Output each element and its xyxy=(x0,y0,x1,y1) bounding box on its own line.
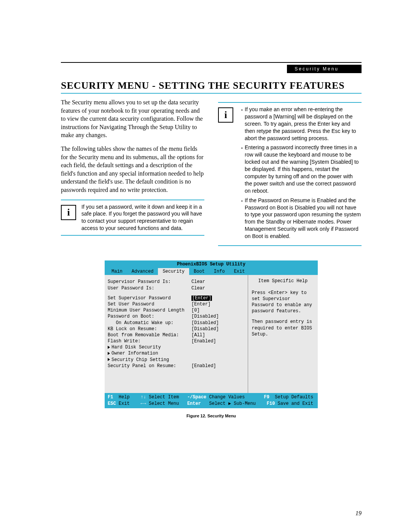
bios-footer: F1 Help ↑↓ Select Item -/Space Change Va… xyxy=(105,393,318,408)
info-icon: i xyxy=(218,107,233,123)
bios-setting-row[interactable]: Hard Disk Security xyxy=(108,344,245,350)
page-number: 19 xyxy=(355,510,362,517)
key-f1: F1 xyxy=(108,395,113,400)
bios-help-title: Item Specific Help xyxy=(252,278,314,284)
key-f9: F9 xyxy=(264,395,269,400)
bios-settings-panel: Supervisor Password Is:ClearUser Passwor… xyxy=(105,275,248,393)
key-enter: Enter xyxy=(187,401,201,406)
callout-list: If you make an error when re-entering th… xyxy=(239,106,362,242)
bios-setting-label: Supervisor Password Is: xyxy=(108,279,191,285)
bios-figure: PhoenixBIOS Setup Utility MainAdvancedSe… xyxy=(105,260,318,408)
label-change-values: Change Values xyxy=(209,395,245,400)
label-exit: Exit xyxy=(119,401,130,406)
bios-setting-value: [Enter] xyxy=(191,295,245,301)
bios-setting-row[interactable]: Security Panel on Resume:[Enabled] xyxy=(108,363,245,369)
highlighted-value: [Enter] xyxy=(191,296,212,301)
bios-setting-label: Flash Write: xyxy=(108,338,191,344)
bios-tab-boot[interactable]: Boot xyxy=(189,268,209,275)
bios-setting-label: Security Panel on Resume: xyxy=(108,363,191,369)
bios-setting-label: Set User Password xyxy=(108,301,191,307)
bios-setting-row[interactable]: Set Supervisor Password[Enter] xyxy=(108,295,245,301)
submenu-arrow-icon xyxy=(108,358,110,361)
info-icon: i xyxy=(61,205,76,220)
bios-setting-label: On Automatic Wake up: xyxy=(108,320,191,326)
bios-tab-advanced[interactable]: Advanced xyxy=(127,268,158,275)
submenu-arrow-icon xyxy=(108,352,110,355)
bios-setting-value: Clear xyxy=(191,285,245,291)
bios-setting-label: User Password Is: xyxy=(108,285,191,291)
bios-setting-value: [Disabled] xyxy=(191,326,245,332)
bios-setting-row[interactable]: Supervisor Password Is:Clear xyxy=(108,279,245,285)
bios-setting-label: KB Lock on Resume: xyxy=(108,326,191,332)
bios-setting-row[interactable]: Minimum User Password Length[0] xyxy=(108,307,245,313)
bios-setting-row[interactable]: Security Chip Setting xyxy=(108,357,245,363)
bios-setting-value: [Enter] xyxy=(191,301,245,307)
intro-paragraph-1: The Security menu allows you to set up t… xyxy=(61,98,204,139)
bios-tab-exit[interactable]: Exit xyxy=(229,268,250,275)
bios-setting-row[interactable]: On Automatic Wake up:[Disabled] xyxy=(108,320,245,326)
key-space: -/Space xyxy=(187,395,206,400)
figure-caption: Figure 12. Security Menu xyxy=(61,414,362,418)
bios-setting-value: Clear xyxy=(191,279,245,285)
callout-password-warnings: i If you make an error when re-entering … xyxy=(218,102,362,246)
right-column: i If you make an error when re-entering … xyxy=(218,98,362,251)
label-save-exit: Save and Exit xyxy=(278,401,314,406)
bios-setting-value xyxy=(191,344,245,350)
bios-setting-row[interactable]: Password on Boot:[Disabled] xyxy=(108,313,245,320)
bios-body: Supervisor Password Is:ClearUser Passwor… xyxy=(105,275,318,393)
bios-setting-row[interactable]: KB Lock on Resume:[Disabled] xyxy=(108,326,245,332)
bios-setting-row[interactable]: User Password Is:Clear xyxy=(108,285,245,291)
callout-password-safekeeping: i If you set a password, write it down a… xyxy=(61,200,204,236)
page-title: SECURITY MENU - SETTING THE SECURITY FEA… xyxy=(61,80,362,91)
intro-paragraph-2: The following tables show the names of t… xyxy=(61,145,204,194)
bios-titlebar: PhoenixBIOS Setup Utility xyxy=(105,260,318,268)
top-rule xyxy=(61,62,362,63)
bios-setting-label: Password on Boot: xyxy=(108,313,191,320)
bios-tabbar: MainAdvancedSecurityBootInfoExit xyxy=(105,268,318,275)
callout-bullet-1: If you make an error when re-entering th… xyxy=(245,106,362,142)
callout-text: If you set a password, write it down and… xyxy=(81,203,204,232)
bios-setting-value xyxy=(191,357,245,363)
bios-setting-value: [0] xyxy=(191,307,245,313)
label-select-menu: Select Menu xyxy=(149,401,179,406)
callout-bullet-3: If the Password on Resume is Enabled and… xyxy=(245,197,362,240)
bios-setting-row[interactable]: Boot from Removable Media:[All] xyxy=(108,332,245,338)
bios-setting-row[interactable]: Owner Information xyxy=(108,350,245,356)
bios-tab-main[interactable]: Main xyxy=(107,268,127,275)
left-column: The Security menu allows you to set up t… xyxy=(61,98,204,251)
callout-bullet-2: Entering a password incorrectly three ti… xyxy=(245,144,362,194)
bios-setting-value: [Disabled] xyxy=(191,313,245,320)
key-f10: F10 xyxy=(267,401,275,406)
bios-setting-value: [Enabled] xyxy=(191,363,245,369)
spacer xyxy=(108,291,245,295)
bios-setting-value xyxy=(191,350,245,356)
bios-setting-row[interactable]: Flash Write:[Enabled] xyxy=(108,338,245,344)
bios-help-text-1: Press <Enter> key to set Supervisor Pass… xyxy=(252,290,314,315)
bios-setting-label: Hard Disk Security xyxy=(108,344,191,350)
bios-help-text-2: Then password entry is required to enter… xyxy=(252,319,314,337)
bios-footer-row-1: F1 Help ↑↓ Select Item -/Space Change Va… xyxy=(108,394,315,400)
bios-tab-security[interactable]: Security xyxy=(158,268,189,275)
label-setup-defaults: Setup Defaults xyxy=(275,395,313,400)
submenu-arrow-icon xyxy=(108,346,110,349)
bios-setting-label: Boot from Removable Media: xyxy=(108,332,191,338)
bios-setting-label: Set Supervisor Password xyxy=(108,295,191,301)
key-leftright: ←→ xyxy=(140,401,146,406)
label-select-item: Select Item xyxy=(149,395,179,400)
title-rule xyxy=(61,93,362,94)
bios-help-panel: Item Specific Help Press <Enter> key to … xyxy=(248,275,318,393)
bios-footer-row-2: ESC Exit ←→ Select Menu Enter Select ▶ S… xyxy=(108,401,315,407)
section-header-tab: Security Menu xyxy=(287,65,362,73)
label-select-submenu: Select ▶ Sub-Menu xyxy=(209,401,256,406)
bios-setting-label: Minimum User Password Length xyxy=(108,307,191,313)
body-columns: The Security menu allows you to set up t… xyxy=(61,98,362,251)
bios-setting-row[interactable]: Set User Password[Enter] xyxy=(108,301,245,307)
spacer xyxy=(252,314,314,319)
bios-setting-label: Security Chip Setting xyxy=(108,357,191,363)
key-esc: ESC xyxy=(108,401,116,406)
bios-tab-info[interactable]: Info xyxy=(209,268,229,275)
page: Security Menu SECURITY MENU - SETTING TH… xyxy=(0,0,411,532)
bios-setting-value: [Disabled] xyxy=(191,320,245,326)
bios-setting-value: [All] xyxy=(191,332,245,338)
key-updown: ↑↓ xyxy=(140,395,146,400)
